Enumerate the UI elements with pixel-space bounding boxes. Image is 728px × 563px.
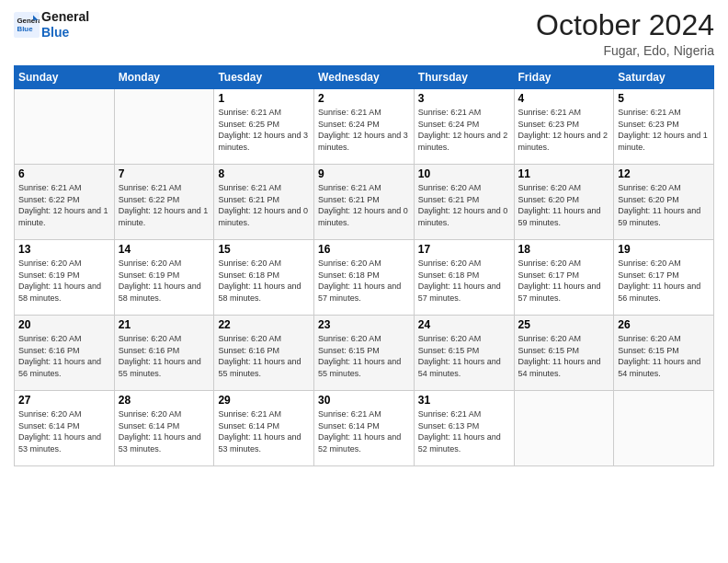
day-number: 5	[618, 92, 710, 105]
day-number: 6	[18, 167, 110, 180]
day-number: 2	[318, 92, 410, 105]
calendar-cell: 22Sunrise: 6:20 AM Sunset: 6:16 PM Dayli…	[214, 316, 314, 391]
calendar-cell: 20Sunrise: 6:20 AM Sunset: 6:16 PM Dayli…	[15, 316, 115, 391]
title-block: October 2024 Fugar, Edo, Nigeria	[536, 9, 714, 58]
day-number: 31	[418, 394, 510, 407]
calendar-cell: 26Sunrise: 6:20 AM Sunset: 6:15 PM Dayli…	[614, 316, 714, 391]
calendar-cell: 14Sunrise: 6:20 AM Sunset: 6:19 PM Dayli…	[114, 240, 214, 316]
calendar-week-4: 20Sunrise: 6:20 AM Sunset: 6:16 PM Dayli…	[15, 316, 714, 391]
day-number: 29	[218, 394, 310, 407]
calendar-cell: 5Sunrise: 6:21 AM Sunset: 6:23 PM Daylig…	[614, 89, 714, 165]
calendar-cell: 25Sunrise: 6:20 AM Sunset: 6:15 PM Dayli…	[514, 316, 614, 391]
calendar-cell: 31Sunrise: 6:21 AM Sunset: 6:13 PM Dayli…	[414, 391, 514, 466]
calendar-cell: 27Sunrise: 6:20 AM Sunset: 6:14 PM Dayli…	[15, 391, 115, 466]
calendar-cell: 23Sunrise: 6:20 AM Sunset: 6:15 PM Dayli…	[314, 316, 415, 391]
day-info: Sunrise: 6:21 AM Sunset: 6:23 PM Dayligh…	[618, 107, 710, 153]
day-info: Sunrise: 6:21 AM Sunset: 6:24 PM Dayligh…	[318, 107, 410, 153]
calendar-cell: 28Sunrise: 6:20 AM Sunset: 6:14 PM Dayli…	[114, 391, 214, 466]
calendar-header-wednesday: Wednesday	[314, 66, 415, 89]
day-info: Sunrise: 6:20 AM Sunset: 6:15 PM Dayligh…	[318, 333, 410, 379]
calendar-cell: 12Sunrise: 6:20 AM Sunset: 6:20 PM Dayli…	[614, 165, 714, 240]
calendar-cell: 18Sunrise: 6:20 AM Sunset: 6:17 PM Dayli…	[514, 240, 614, 316]
day-number: 4	[518, 92, 610, 105]
day-info: Sunrise: 6:20 AM Sunset: 6:16 PM Dayligh…	[119, 333, 210, 379]
calendar-cell: 19Sunrise: 6:20 AM Sunset: 6:17 PM Dayli…	[614, 240, 714, 316]
day-number: 3	[418, 92, 510, 105]
day-info: Sunrise: 6:20 AM Sunset: 6:17 PM Dayligh…	[618, 258, 710, 304]
calendar-header-saturday: Saturday	[614, 66, 714, 89]
day-number: 9	[318, 167, 410, 180]
day-info: Sunrise: 6:20 AM Sunset: 6:19 PM Dayligh…	[119, 258, 210, 304]
calendar-header-monday: Monday	[114, 66, 214, 89]
day-number: 18	[518, 243, 610, 256]
calendar-cell	[15, 89, 115, 165]
location: Fugar, Edo, Nigeria	[536, 43, 714, 58]
calendar-cell: 4Sunrise: 6:21 AM Sunset: 6:23 PM Daylig…	[514, 89, 614, 165]
day-info: Sunrise: 6:20 AM Sunset: 6:21 PM Dayligh…	[418, 182, 510, 228]
day-number: 21	[119, 318, 210, 331]
calendar-header-thursday: Thursday	[414, 66, 514, 89]
calendar-cell: 9Sunrise: 6:21 AM Sunset: 6:21 PM Daylig…	[314, 165, 415, 240]
calendar-cell	[514, 391, 614, 466]
day-info: Sunrise: 6:21 AM Sunset: 6:22 PM Dayligh…	[119, 182, 210, 228]
day-number: 22	[218, 318, 310, 331]
day-number: 16	[318, 243, 410, 256]
day-info: Sunrise: 6:20 AM Sunset: 6:20 PM Dayligh…	[518, 182, 610, 228]
day-number: 30	[318, 394, 410, 407]
day-number: 24	[418, 318, 510, 331]
calendar-cell: 30Sunrise: 6:21 AM Sunset: 6:14 PM Dayli…	[314, 391, 415, 466]
day-info: Sunrise: 6:20 AM Sunset: 6:15 PM Dayligh…	[518, 333, 610, 379]
calendar-cell	[114, 89, 214, 165]
day-number: 26	[618, 318, 710, 331]
calendar-cell: 13Sunrise: 6:20 AM Sunset: 6:19 PM Dayli…	[15, 240, 115, 316]
day-number: 11	[518, 167, 610, 180]
header: General Blue General Blue October 2024 F…	[14, 9, 714, 58]
day-number: 8	[218, 167, 310, 180]
calendar-cell: 21Sunrise: 6:20 AM Sunset: 6:16 PM Dayli…	[114, 316, 214, 391]
day-number: 27	[18, 394, 110, 407]
day-info: Sunrise: 6:21 AM Sunset: 6:24 PM Dayligh…	[418, 107, 510, 153]
day-info: Sunrise: 6:20 AM Sunset: 6:19 PM Dayligh…	[18, 258, 110, 304]
month-title: October 2024	[536, 9, 714, 41]
day-number: 12	[618, 167, 710, 180]
day-number: 20	[18, 318, 110, 331]
logo-line2: Blue	[41, 25, 69, 40]
day-number: 10	[418, 167, 510, 180]
day-number: 15	[218, 243, 310, 256]
calendar-cell: 8Sunrise: 6:21 AM Sunset: 6:21 PM Daylig…	[214, 165, 314, 240]
day-number: 7	[119, 167, 210, 180]
calendar-week-2: 6Sunrise: 6:21 AM Sunset: 6:22 PM Daylig…	[15, 165, 714, 240]
day-number: 17	[418, 243, 510, 256]
calendar-week-1: 1Sunrise: 6:21 AM Sunset: 6:25 PM Daylig…	[15, 89, 714, 165]
day-number: 1	[218, 92, 310, 105]
calendar-cell: 29Sunrise: 6:21 AM Sunset: 6:14 PM Dayli…	[214, 391, 314, 466]
day-info: Sunrise: 6:20 AM Sunset: 6:16 PM Dayligh…	[218, 333, 310, 379]
calendar-week-3: 13Sunrise: 6:20 AM Sunset: 6:19 PM Dayli…	[15, 240, 714, 316]
day-number: 14	[119, 243, 210, 256]
day-number: 23	[318, 318, 410, 331]
day-number: 13	[18, 243, 110, 256]
day-info: Sunrise: 6:20 AM Sunset: 6:18 PM Dayligh…	[418, 258, 510, 304]
svg-text:General: General	[17, 17, 40, 25]
calendar-week-5: 27Sunrise: 6:20 AM Sunset: 6:14 PM Dayli…	[15, 391, 714, 466]
day-info: Sunrise: 6:21 AM Sunset: 6:23 PM Dayligh…	[518, 107, 610, 153]
calendar-cell: 3Sunrise: 6:21 AM Sunset: 6:24 PM Daylig…	[414, 89, 514, 165]
day-info: Sunrise: 6:20 AM Sunset: 6:14 PM Dayligh…	[119, 408, 210, 454]
calendar-cell: 7Sunrise: 6:21 AM Sunset: 6:22 PM Daylig…	[114, 165, 214, 240]
calendar-cell: 2Sunrise: 6:21 AM Sunset: 6:24 PM Daylig…	[314, 89, 415, 165]
day-info: Sunrise: 6:21 AM Sunset: 6:14 PM Dayligh…	[218, 408, 310, 454]
calendar-cell: 15Sunrise: 6:20 AM Sunset: 6:18 PM Dayli…	[214, 240, 314, 316]
calendar-header-row: SundayMondayTuesdayWednesdayThursdayFrid…	[15, 66, 714, 89]
calendar-header-tuesday: Tuesday	[214, 66, 314, 89]
calendar-cell: 11Sunrise: 6:20 AM Sunset: 6:20 PM Dayli…	[514, 165, 614, 240]
logo-icon: General Blue	[14, 12, 40, 38]
day-info: Sunrise: 6:21 AM Sunset: 6:13 PM Dayligh…	[418, 408, 510, 454]
day-info: Sunrise: 6:21 AM Sunset: 6:22 PM Dayligh…	[18, 182, 110, 228]
day-info: Sunrise: 6:20 AM Sunset: 6:14 PM Dayligh…	[18, 408, 110, 454]
calendar-header-sunday: Sunday	[15, 66, 115, 89]
logo-line1: General	[41, 9, 89, 24]
calendar-cell: 10Sunrise: 6:20 AM Sunset: 6:21 PM Dayli…	[414, 165, 514, 240]
calendar-cell: 16Sunrise: 6:20 AM Sunset: 6:18 PM Dayli…	[314, 240, 415, 316]
day-number: 28	[119, 394, 210, 407]
day-info: Sunrise: 6:21 AM Sunset: 6:21 PM Dayligh…	[318, 182, 410, 228]
